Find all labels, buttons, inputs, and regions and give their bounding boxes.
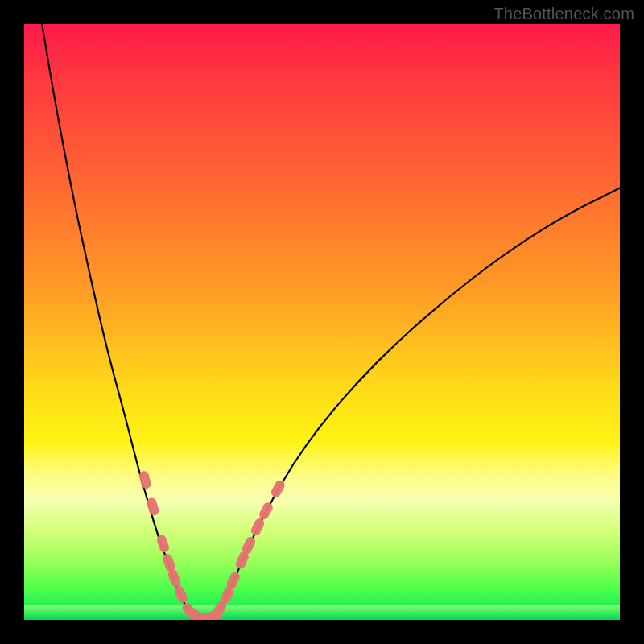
curve-markers — [138, 470, 287, 620]
curve-marker — [173, 584, 189, 605]
curve-marker — [250, 517, 266, 537]
curve-marker — [258, 501, 275, 521]
svg-rect-4 — [167, 568, 182, 588]
svg-rect-5 — [173, 584, 189, 605]
curve-marker — [161, 553, 176, 573]
curve-marker — [167, 568, 182, 588]
attribution-text: TheBottleneck.com — [493, 5, 634, 23]
curve-marker — [270, 479, 287, 499]
svg-rect-16 — [258, 501, 275, 521]
chart-frame: TheBottleneck.com — [0, 0, 644, 644]
curve-layer — [24, 24, 620, 620]
svg-rect-17 — [270, 479, 287, 499]
bottleneck-curve — [42, 24, 620, 619]
svg-rect-15 — [250, 517, 266, 537]
plot-area — [24, 24, 620, 620]
svg-rect-3 — [161, 553, 176, 573]
